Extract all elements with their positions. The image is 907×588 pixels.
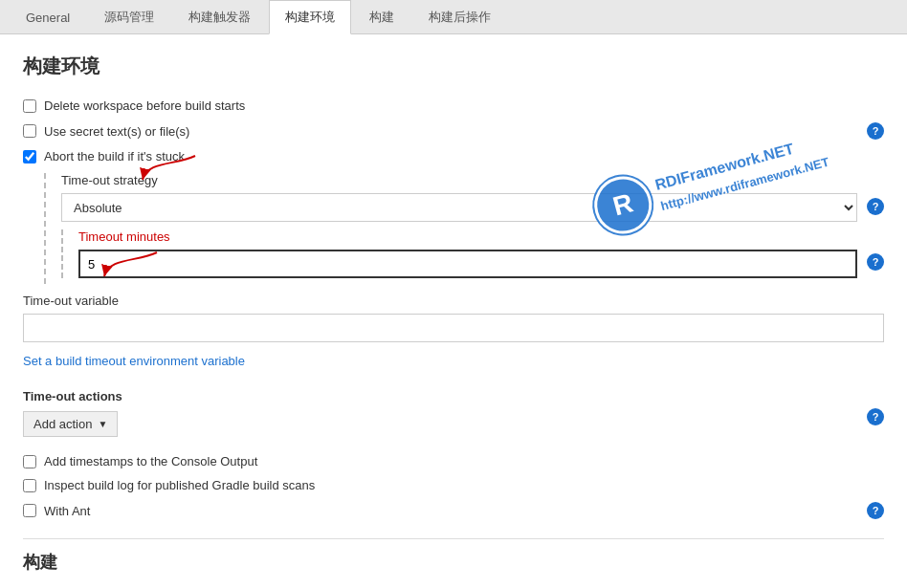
use-secret-label: Use secret text(s) or file(s) (44, 124, 189, 139)
tab-source[interactable]: 源码管理 (88, 0, 170, 34)
timeout-section-wrapper: Time-out strategy Absolute No Activity E… (23, 173, 884, 284)
tab-post[interactable]: 构建后操作 (412, 0, 507, 34)
divider (23, 437, 884, 446)
timeout-strategy-select[interactable]: Absolute No Activity Elastic Likely stuc… (61, 193, 857, 222)
section-footer-label: 构建 (23, 538, 884, 574)
tab-bar: General 源码管理 构建触发器 构建环境 构建 构建后操作 (0, 0, 907, 34)
abort-if-stuck-checkbox[interactable] (23, 150, 36, 163)
timeout-actions-section: Time-out actions Add action ▼ ? (23, 389, 884, 437)
timeout-minutes-row: Timeout minutes ? (78, 229, 884, 278)
inspect-gradle-row: Inspect build log for published Gradle b… (23, 478, 884, 492)
timeout-variable-section: Time-out variable (23, 294, 884, 348)
add-action-dropdown-arrow: ▼ (98, 419, 107, 429)
tab-env[interactable]: 构建环境 (269, 0, 351, 34)
add-timestamps-checkbox[interactable] (23, 455, 36, 468)
timeout-variable-input[interactable] (23, 314, 884, 342)
timeout-actions-label: Time-out actions (23, 389, 867, 403)
timeout-strategy-help-icon[interactable]: ? (867, 198, 884, 215)
tab-build[interactable]: 构建 (353, 0, 410, 34)
delete-workspace-checkbox[interactable] (23, 99, 36, 113)
use-secret-checkbox[interactable] (23, 124, 36, 138)
abort-if-stuck-label: Abort the build if it's stuck (44, 149, 185, 163)
add-timestamps-row: Add timestamps to the Console Output (23, 454, 884, 468)
with-ant-help-icon[interactable]: ? (867, 502, 884, 519)
use-secret-row: Use secret text(s) or file(s) ? (23, 122, 884, 140)
inspect-gradle-label: Inspect build log for published Gradle b… (44, 478, 315, 492)
delete-workspace-label: Delete workspace before build starts (44, 98, 245, 113)
add-action-button[interactable]: Add action ▼ (23, 411, 118, 437)
timeout-minutes-label: Timeout minutes (78, 229, 857, 244)
with-ant-checkbox[interactable] (23, 504, 36, 517)
add-timestamps-label: Add timestamps to the Console Output (44, 454, 257, 468)
inspect-gradle-checkbox[interactable] (23, 479, 36, 492)
timeout-actions-help-icon[interactable]: ? (867, 408, 884, 425)
tab-general[interactable]: General (10, 0, 86, 34)
delete-workspace-row: Delete workspace before build starts (23, 98, 884, 113)
timeout-strategy-label: Time-out strategy (61, 173, 857, 187)
timeout-minutes-help-icon[interactable]: ? (867, 253, 884, 271)
with-ant-label: With Ant (44, 504, 90, 518)
timeout-minutes-block: Timeout minutes ? (61, 229, 884, 278)
with-ant-row: With Ant ? (23, 502, 884, 519)
use-secret-help-icon[interactable]: ? (867, 122, 884, 140)
page-title: 构建环境 (23, 54, 884, 79)
set-build-timeout-link[interactable]: Set a build timeout environment variable (23, 354, 245, 368)
add-action-label: Add action (33, 417, 92, 431)
timeout-variable-label: Time-out variable (23, 294, 884, 308)
timeout-minutes-input[interactable] (78, 250, 857, 278)
abort-if-stuck-row: Abort the build if it's stuck (23, 149, 884, 163)
timeout-strategy-row: Time-out strategy Absolute No Activity E… (61, 173, 884, 222)
main-content: 构建环境 Delete workspace before build start… (0, 34, 907, 588)
tab-trigger[interactable]: 构建触发器 (172, 0, 267, 34)
